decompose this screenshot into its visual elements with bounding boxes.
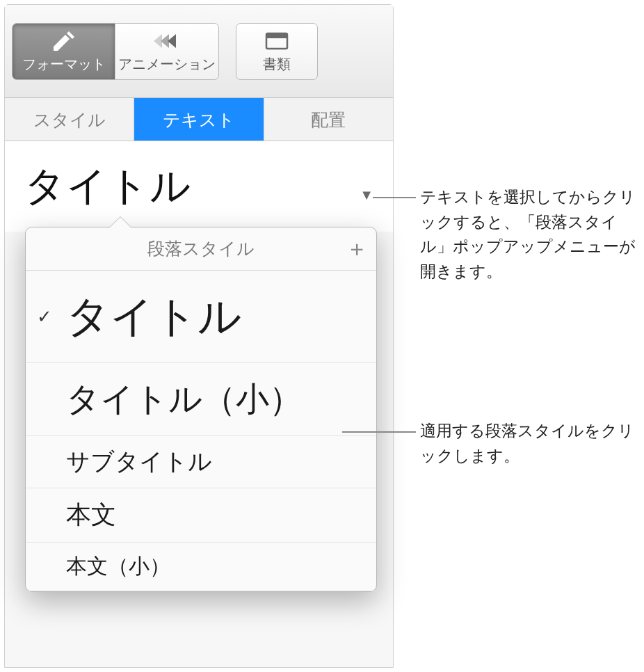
style-item-subtitle[interactable]: サブタイトル — [26, 436, 376, 488]
checkmark-icon: ✓ — [37, 306, 52, 328]
document-icon — [265, 29, 289, 53]
paragraph-style-list: ✓ タイトル タイトル（小） サブタイトル 本文 本文（小） — [26, 271, 376, 591]
callout-apply-style: 適用する段落スタイルをクリックします。 — [420, 419, 636, 468]
toolbar: フォーマット アニメーション 書類 — [5, 5, 393, 98]
callout-leader — [342, 431, 416, 433]
paintbrush-icon — [51, 29, 77, 53]
style-item-title[interactable]: ✓ タイトル — [26, 271, 376, 363]
style-item-title-small[interactable]: タイトル（小） — [26, 363, 376, 436]
style-item-label: 本文 — [66, 498, 116, 532]
animation-label: アニメーション — [118, 55, 216, 74]
popover-header: 段落スタイル + — [26, 227, 376, 271]
style-item-label: サブタイトル — [66, 446, 212, 478]
style-item-label: タイトル（小） — [66, 377, 303, 422]
popover-title: 段落スタイル — [147, 237, 255, 260]
format-button[interactable]: フォーマット — [13, 24, 115, 79]
paragraph-style-area: タイトル ▼ — [5, 141, 393, 232]
callout-popup-menu: テキストを選択してからクリックすると、「段落スタイル」ポップアップメニューが開き… — [420, 185, 636, 285]
tab-text[interactable]: テキスト — [134, 98, 264, 141]
tab-arrange[interactable]: 配置 — [264, 98, 393, 141]
animation-icon — [152, 29, 182, 53]
format-label: フォーマット — [22, 55, 106, 74]
tab-style[interactable]: スタイル — [5, 98, 134, 141]
svg-rect-1 — [266, 33, 287, 38]
paragraph-style-popup-button[interactable]: タイトル ▼ — [24, 159, 373, 214]
add-style-button[interactable]: + — [350, 237, 364, 261]
style-item-label: 本文（小） — [66, 552, 170, 581]
paragraph-style-popover: 段落スタイル + ✓ タイトル タイトル（小） サブタイトル 本文 本文（小） — [25, 227, 377, 592]
style-item-body-small[interactable]: 本文（小） — [26, 543, 376, 591]
document-label: 書類 — [263, 55, 291, 74]
callout-leader — [373, 197, 416, 198]
inspector-tabs: スタイル テキスト 配置 — [5, 98, 393, 141]
current-style-name: タイトル — [24, 159, 191, 214]
style-item-label: タイトル — [66, 287, 241, 346]
chevron-down-icon: ▼ — [360, 187, 373, 203]
document-button[interactable]: 書類 — [236, 23, 318, 80]
inspector-segmented-control: フォーマット アニメーション — [12, 23, 219, 80]
style-item-body[interactable]: 本文 — [26, 488, 376, 543]
animation-button[interactable]: アニメーション — [115, 24, 218, 79]
